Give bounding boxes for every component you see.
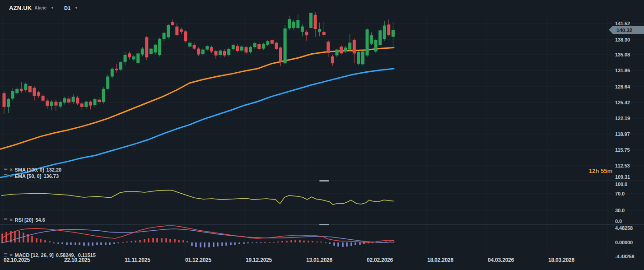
value-axis-label: 118.97	[615, 131, 630, 137]
indicator-settings-icon[interactable]: ☰	[4, 253, 8, 257]
value-axis-label: 141.52	[615, 21, 630, 26]
chevron-down-icon: ▼	[75, 6, 78, 10]
date-axis-label: 01.12.2025	[185, 257, 211, 263]
sma-indicator-row: ☰ ✖ SMA [100, 0] 132.20	[4, 167, 61, 172]
date-axis-label: 04.03.2026	[488, 257, 514, 263]
ema-value: 136.73	[43, 173, 59, 179]
value-axis-label: 125.42	[615, 100, 630, 105]
value-axis-label: 122.19	[615, 116, 630, 121]
date-axis-label: 02.10.2025	[4, 257, 30, 263]
macd-panel-resize-handle[interactable]	[319, 224, 329, 225]
timeframe-label: D1	[64, 5, 70, 11]
ema-indicator-row: ☰ ✖ EMA [50, 0] 136.73	[4, 173, 59, 179]
date-axis-label: 11.11.2025	[125, 257, 150, 263]
value-axis-label: 131.86	[615, 68, 630, 73]
price-chart-canvas[interactable]	[0, 0, 644, 270]
rsi-value: 54.6	[35, 217, 45, 223]
indicator-remove-icon[interactable]: ✖	[9, 168, 13, 172]
value-axis-label: 115.75	[615, 147, 630, 153]
candle-close-countdown: 12h 55m	[589, 168, 612, 174]
indicator-remove-icon[interactable]: ✖	[9, 218, 13, 222]
value-axis-label: 0.0	[615, 219, 622, 224]
date-axis-label: 18.03.2026	[548, 257, 574, 263]
chevron-down-icon: ▼	[51, 6, 54, 10]
instrument-type-label: Akcie	[34, 5, 47, 10]
indicator-remove-icon[interactable]: ✖	[9, 174, 13, 178]
indicator-settings-icon[interactable]: ☰	[4, 218, 8, 222]
timeframe-selector[interactable]: D1 ▼	[64, 0, 78, 16]
chart-toolbar: AZN.UK Akcie ▼ D1 ▼	[0, 0, 644, 16]
current-price-value: 140.32	[616, 28, 632, 33]
current-price-tag: 140.32	[612, 26, 644, 34]
indicator-settings-icon[interactable]: ☰	[4, 174, 8, 178]
date-axis-label: 13.01.2026	[306, 257, 332, 263]
indicator-settings-icon[interactable]: ☰	[4, 168, 8, 172]
symbol-name: AZN.UK	[9, 5, 32, 11]
value-axis-label: 138.30	[615, 37, 630, 42]
rsi-indicator-row: ☰ ✖ RSI [20] 54.6	[4, 217, 45, 223]
value-axis-label: 70.0	[615, 191, 625, 196]
date-axis-label: 18.02.2026	[427, 257, 453, 263]
date-axis-label: 19.12.2025	[246, 257, 272, 263]
rsi-panel-resize-handle[interactable]	[319, 180, 329, 182]
trading-chart-app: AZN.UK Akcie ▼ D1 ▼ ☰ ✖ SMA [100, 0] 132…	[0, 0, 644, 270]
value-axis-label: 112.53	[615, 163, 630, 168]
macd-axis-separator	[0, 254, 644, 254]
rsi-label: RSI [20]	[15, 217, 33, 223]
sma-label: SMA [100, 0]	[15, 167, 44, 172]
sma-value: 132.20	[47, 167, 62, 172]
value-axis-label: 109.31	[615, 174, 630, 180]
value-axis-label: 128.64	[615, 84, 630, 89]
toolbar-divider	[59, 2, 59, 14]
value-axis-label: 4.48258	[615, 225, 633, 231]
value-axis-label: 30.0	[615, 208, 625, 213]
indicator-remove-icon[interactable]: ✖	[9, 253, 13, 257]
current-price-line	[0, 30, 612, 30]
date-axis-label: 02.02.2026	[367, 257, 393, 263]
symbol-selector[interactable]: AZN.UK Akcie ▼	[9, 0, 54, 16]
ema-label: EMA [50, 0]	[15, 173, 42, 179]
value-axis-label: 0.00000	[615, 240, 633, 245]
value-axis-label: -4.48258	[615, 254, 635, 259]
value-axis-label: 100.0	[615, 182, 627, 187]
value-axis-label: 135.08	[615, 52, 630, 57]
date-axis-label: 22.10.2025	[64, 257, 90, 263]
